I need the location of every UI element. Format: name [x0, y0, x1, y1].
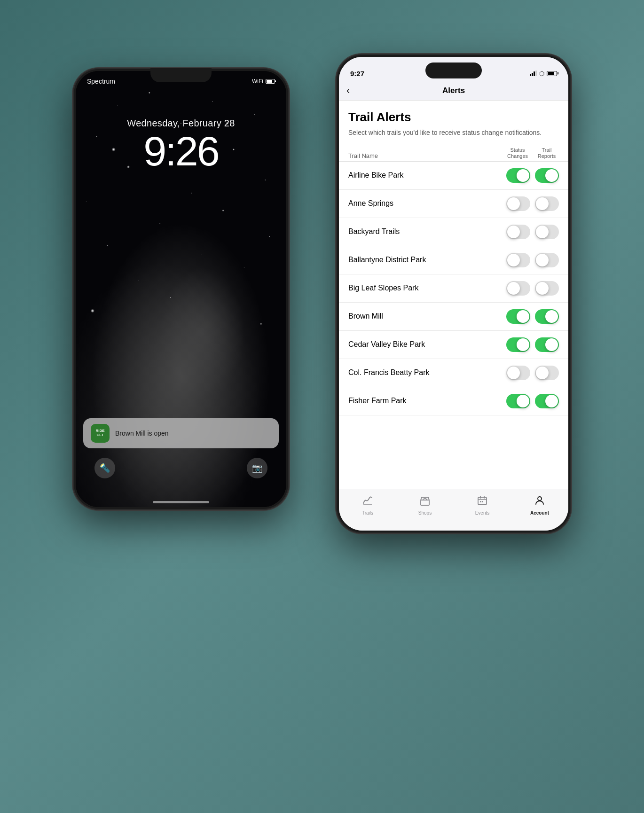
trail-name: Backyard Trails — [348, 227, 493, 236]
reports-toggle[interactable] — [535, 337, 559, 352]
ls-bottom-controls: 🔦 📷 — [76, 458, 286, 497]
dynamic-island — [425, 63, 482, 78]
tab-events[interactable]: Events — [454, 493, 511, 517]
status-toggle[interactable] — [506, 394, 530, 408]
trail-row: Cedar Valley Bike Park — [339, 331, 568, 359]
trail-name: Col. Francis Beatty Park — [348, 368, 493, 377]
back-chevron-icon: ‹ — [346, 85, 350, 97]
status-toggle[interactable] — [506, 225, 530, 239]
ls-battery-icon — [266, 79, 275, 84]
trail-row: Backyard Trails — [339, 218, 568, 246]
ls-time: 9:26 — [76, 131, 286, 172]
ls-status-icons: WiFi — [252, 78, 275, 85]
reports-toggle[interactable] — [535, 196, 559, 211]
status-toggle[interactable] — [506, 196, 530, 211]
notif-app-icon: RIDECLT — [91, 424, 110, 443]
trail-name: Brown Mill — [348, 312, 493, 321]
status-toggle[interactable] — [506, 168, 530, 183]
status-toggle[interactable] — [506, 337, 530, 352]
reports-toggle[interactable] — [535, 366, 559, 380]
camera-icon[interactable]: 📷 — [247, 458, 267, 478]
account-tab-label: Account — [530, 510, 549, 516]
trail-row: Airline Bike Park — [339, 162, 568, 190]
trail-name: Cedar Valley Bike Park — [348, 340, 493, 349]
status-toggle[interactable] — [506, 253, 530, 267]
toggle-knob — [545, 395, 558, 407]
reports-toggle[interactable] — [535, 253, 559, 267]
trail-name: Fisher Farm Park — [348, 397, 493, 405]
signal-bar-3 — [534, 71, 535, 76]
tab-account[interactable]: Account — [511, 493, 568, 517]
trail-row: Col. Francis Beatty Park — [339, 359, 568, 387]
trail-alerts-header: Trail Alerts Select which trails you'd l… — [339, 101, 568, 143]
app-screen-inner: 9:27 ⬡ — [339, 57, 568, 531]
toggle-knob — [545, 338, 558, 351]
nav-title: Alerts — [442, 86, 465, 95]
signal-bar-4 — [535, 70, 537, 76]
trails-tab-label: Trails — [362, 510, 373, 516]
back-button[interactable]: ‹ — [346, 85, 350, 97]
wifi-icon: ⬡ — [539, 70, 544, 77]
col-header-reports: TrailReports — [534, 147, 559, 159]
notch-left — [150, 68, 212, 82]
status-toggle[interactable] — [506, 281, 530, 296]
trail-row: Big Leaf Slopes Park — [339, 274, 568, 303]
toggle-knob — [507, 197, 520, 210]
flashlight-icon[interactable]: 🔦 — [94, 458, 115, 478]
svg-rect-3 — [482, 501, 483, 502]
trail-row-toggles — [493, 309, 559, 324]
toggle-knob — [507, 367, 520, 379]
shops-tab-icon — [419, 495, 431, 509]
reports-toggle[interactable] — [535, 281, 559, 296]
reports-toggle[interactable] — [535, 225, 559, 239]
reports-toggle[interactable] — [535, 309, 559, 324]
trail-row-toggles — [493, 225, 559, 239]
status-toggle[interactable] — [506, 366, 530, 380]
toggle-knob — [545, 310, 558, 323]
trail-row-partial: Fisher Farm Park — [339, 387, 568, 415]
toggle-knob — [536, 254, 549, 266]
toggle-knob — [536, 282, 549, 295]
tab-bar: Trails Shops — [339, 489, 568, 531]
toggle-knob — [536, 367, 549, 379]
trail-row-toggles — [493, 196, 559, 211]
notif-icon-line1: RIDECLT — [95, 429, 104, 438]
lockscreen-background: Spectrum WiFi Wednesday, February 28 9:2… — [76, 71, 286, 507]
app-status-time: 9:27 — [350, 70, 364, 78]
trail-row-toggles — [493, 168, 559, 183]
toggle-knob — [507, 226, 520, 238]
ls-notification: RIDECLT Brown Mill is open — [83, 418, 279, 448]
app-nav-bar: ‹ Alerts — [339, 82, 568, 101]
trail-row-toggles — [493, 281, 559, 296]
svg-point-4 — [538, 497, 542, 500]
trail-name: Big Leaf Slopes Park — [348, 284, 493, 292]
toggle-knob — [507, 254, 520, 266]
trail-row-toggles — [493, 366, 559, 380]
notif-message: Brown Mill is open — [115, 430, 169, 437]
trail-alerts-description: Select which trails you'd like to receiv… — [348, 128, 559, 138]
trail-row: Anne Springs — [339, 190, 568, 218]
signal-bar-1 — [530, 74, 531, 76]
toggle-knob — [545, 169, 558, 182]
svg-rect-0 — [421, 500, 429, 505]
toggle-knob — [517, 395, 529, 407]
tab-shops[interactable]: Shops — [396, 493, 454, 517]
events-tab-label: Events — [475, 510, 490, 516]
ls-carrier-label: Spectrum — [87, 78, 115, 85]
ls-home-indicator — [76, 497, 286, 507]
lockscreen-content: Spectrum WiFi Wednesday, February 28 9:2… — [76, 71, 286, 507]
col-header-trail: Trail Name — [348, 152, 493, 159]
tab-trails[interactable]: Trails — [339, 493, 396, 517]
trail-name: Anne Springs — [348, 199, 493, 208]
reports-toggle[interactable] — [535, 394, 559, 408]
left-phone: Spectrum WiFi Wednesday, February 28 9:2… — [73, 68, 289, 510]
toggle-knob — [517, 310, 529, 323]
right-phone: 9:27 ⬡ — [336, 54, 571, 533]
app-status-icons: ⬡ — [530, 70, 557, 77]
status-toggle[interactable] — [506, 309, 530, 324]
svg-rect-2 — [480, 501, 481, 502]
trail-row-toggles — [493, 337, 559, 352]
trail-alerts-title: Trail Alerts — [348, 110, 559, 125]
reports-toggle[interactable] — [535, 168, 559, 183]
toggle-knob — [536, 197, 549, 210]
